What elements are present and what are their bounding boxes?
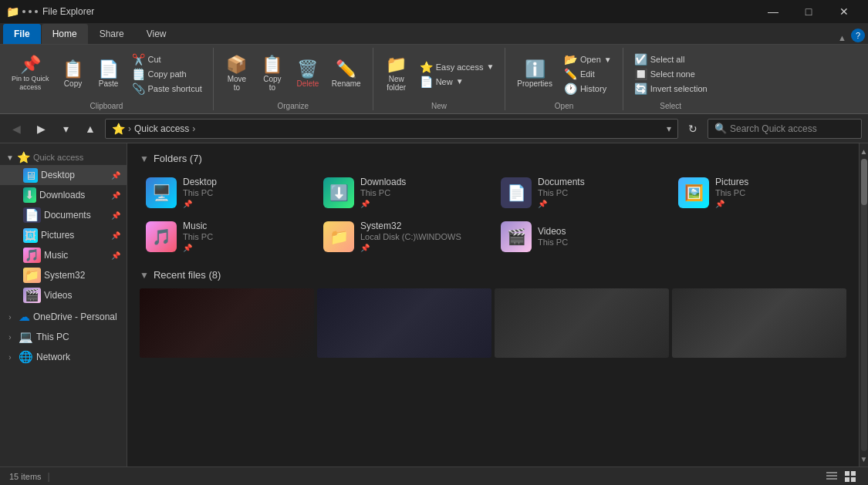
history-icon: 🕐 [564,83,577,95]
music-sub: This PC [183,232,213,241]
open-label: Open [555,102,573,110]
large-icons-view-button[interactable] [842,470,859,483]
folder-system32[interactable]: 📁 System32 Local Disk (C:)\WINDOWS 📌 [317,216,491,257]
recent-item-2[interactable] [317,288,491,358]
help-button[interactable]: ? [851,29,865,42]
network-icon: 🌐 [19,350,33,364]
copy-path-button[interactable]: 🗒️ Copy path [127,67,207,82]
new-item-label: New [436,77,453,86]
svg-rect-2 [826,478,837,480]
sidebar-item-thispc[interactable]: › 💻 This PC [0,327,127,347]
recent-thumb-1 [140,288,314,358]
paste-button[interactable]: 📄 Paste [92,50,126,98]
folder-documents[interactable]: 📄 Documents This PC 📌 [495,172,669,213]
cut-button[interactable]: ✂️ Cut [127,52,207,67]
open-chevron: ▼ [604,56,612,64]
sidebar-item-documents[interactable]: 📄 Documents 📌 [0,205,127,225]
recent-locations-button[interactable]: ▾ [56,119,76,139]
scroll-track[interactable] [861,159,867,451]
move-to-label: Moveto [228,75,246,92]
item-count: 15 items [9,472,42,481]
sidebar-item-downloads[interactable]: ⬇ Downloads 📌 [0,185,127,205]
recent-item-4[interactable] [672,288,846,358]
downloads-icon: ⬇ [23,187,36,203]
scroll-down-button[interactable]: ▼ [860,453,869,465]
svg-rect-4 [851,471,856,476]
minimize-button[interactable]: — [755,0,791,23]
sidebar: ▼ ⭐ Quick access 🖥 Desktop 📌 ⬇ Downloads… [0,143,127,466]
new-item-icon: 📄 [420,76,433,88]
folders-section-header[interactable]: ▼ Folders (7) [140,153,846,164]
search-box[interactable]: 🔍 Search Quick access [708,119,862,139]
invert-selection-button[interactable]: 🔄 Invert selection [630,82,712,96]
select-none-button[interactable]: 🔲 Select none [630,67,712,82]
invert-selection-label: Invert selection [650,84,708,93]
forward-button[interactable]: ▶ [31,119,51,139]
properties-button[interactable]: ℹ️ Properties [512,50,558,98]
recent-item-1[interactable] [140,288,314,358]
new-folder-button[interactable]: 📁 Newfolder [380,50,414,98]
new-item-button[interactable]: 📄 New ▼ [415,74,499,89]
sidebar-item-videos[interactable]: 🎬 Videos [0,285,127,305]
documents-name: Documents [538,177,585,187]
ribbon-group-select: ☑️ Select all 🔲 Select none 🔄 Invert sel… [623,48,718,110]
music-pin-icon: 📌 [111,251,120,260]
close-button[interactable]: ✕ [826,0,862,23]
select-all-icon: ☑️ [634,53,647,66]
move-to-button[interactable]: 📦 Moveto [220,50,254,98]
paste-shortcut-button[interactable]: 📎 Paste shortcut [127,82,207,96]
delete-button[interactable]: 🗑️ Delete [291,50,325,98]
status-separator: | [48,471,50,482]
tab-view[interactable]: View [136,24,177,44]
easy-access-button[interactable]: ⭐ Easy access ▼ [415,59,499,74]
edit-button[interactable]: ✏️ Edit [559,67,616,82]
desktop-folder-icon: 🖥️ [146,177,177,208]
sidebar-item-network[interactable]: › 🌐 Network [0,347,127,367]
folder-pictures[interactable]: 🖼️ Pictures This PC 📌 [672,172,846,213]
select-none-icon: 🔲 [634,68,647,80]
history-button[interactable]: 🕐 History [559,82,616,96]
pin-quickaccess-button[interactable]: 📌 Pin to Quickaccess [6,50,55,98]
select-all-button[interactable]: ☑️ Select all [630,52,712,67]
system32-icon: 📁 [23,268,41,283]
folder-desktop[interactable]: 🖥️ Desktop This PC 📌 [140,172,314,213]
thispc-expand-icon: › [5,332,15,342]
copy-button[interactable]: 📋 Copy [56,50,90,98]
sidebar-item-system32[interactable]: 📁 System32 [0,265,127,285]
sidebar-item-onedrive[interactable]: › ☁ OneDrive - Personal [0,307,127,327]
details-view-button[interactable] [823,470,840,483]
desktop-sub: This PC [183,188,217,197]
folder-videos[interactable]: 🎬 Videos This PC [495,216,669,257]
select-all-label: Select all [650,55,685,64]
sidebar-item-pictures[interactable]: 🖼 Pictures 📌 [0,225,127,245]
tab-file[interactable]: File [3,24,41,44]
rename-icon: ✏️ [336,61,356,78]
sidebar-item-music[interactable]: 🎵 Music 📌 [0,245,127,265]
ribbon-collapse-button[interactable]: ▲ [835,33,849,42]
back-button[interactable]: ◀ [6,119,26,139]
address-bar[interactable]: ⭐ › Quick access › ▾ [105,119,678,139]
refresh-button[interactable]: ↻ [683,119,703,139]
easy-access-chevron: ▼ [486,62,494,71]
clipboard-small-group: ✂️ Cut 🗒️ Copy path 📎 Paste shortcut [127,52,207,96]
open-button[interactable]: 📂 Open ▼ [559,52,616,67]
scroll-up-button[interactable]: ▲ [860,145,869,157]
folder-downloads[interactable]: ⬇️ Downloads This PC 📌 [317,172,491,213]
system32-sub: Local Disk (C:)\WINDOWS [360,232,461,241]
maximize-button[interactable]: □ [791,0,826,23]
copy-to-button[interactable]: 📋 Copyto [255,50,289,98]
tab-home[interactable]: Home [42,24,88,44]
address-dropdown-icon[interactable]: ▾ [667,123,671,134]
sidebar-quickaccess-header[interactable]: ▼ ⭐ Quick access [0,148,127,165]
thispc-label: This PC [36,332,120,342]
documents-label: Documents [44,210,108,221]
recent-section-header[interactable]: ▼ Recent files (8) [140,269,846,281]
sidebar-item-desktop[interactable]: 🖥 Desktop 📌 [0,165,127,185]
recent-item-3[interactable] [495,288,669,358]
properties-icon: ℹ️ [525,61,545,78]
open-icon: 📂 [564,53,577,66]
up-button[interactable]: ▲ [80,119,100,139]
folder-music[interactable]: 🎵 Music This PC 📌 [140,216,314,257]
rename-button[interactable]: ✏️ Rename [326,50,366,98]
tab-share[interactable]: Share [89,24,135,44]
